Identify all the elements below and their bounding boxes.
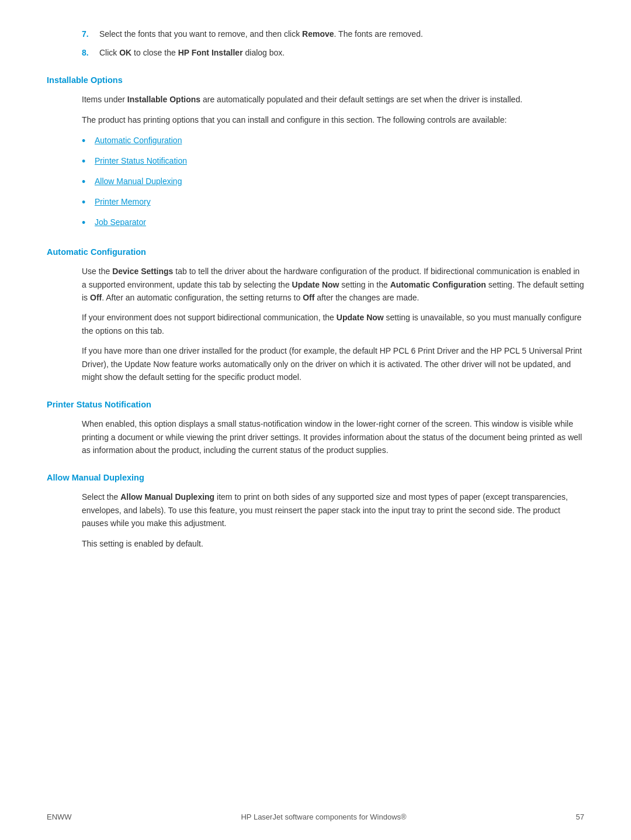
page: 7. Select the fonts that you want to rem… <box>0 0 631 840</box>
allow-manual-link[interactable]: Allow Manual Duplexing <box>95 175 182 188</box>
printer-status-link[interactable]: Printer Status Notification <box>95 155 187 167</box>
allow-manual-duplexing-body: Select the Allow Manual Duplexing item t… <box>82 490 584 550</box>
bullet-dot-1: • <box>82 133 95 149</box>
list-item-printer-status: • Printer Status Notification <box>82 155 584 170</box>
printer-status-notification-heading: Printer Status Notification <box>47 400 584 409</box>
step-8-number: 8. <box>82 47 99 59</box>
bullet-dot-4: • <box>82 195 95 210</box>
step-7: 7. Select the fonts that you want to rem… <box>82 28 584 41</box>
automatic-configuration-heading: Automatic Configuration <box>47 247 584 257</box>
printer-status-notification-body: When enabled, this option displays a sma… <box>82 417 584 457</box>
footer-enww: ENWW <box>47 813 72 821</box>
printer-status-notification-section: Printer Status Notification When enabled… <box>47 400 584 457</box>
auto-config-para3: If you have more than one driver install… <box>82 344 584 383</box>
page-footer: ENWW HP LaserJet software components for… <box>47 813 584 821</box>
allow-manual-para2: This setting is enabled by default. <box>82 537 584 550</box>
bullet-dot-2: • <box>82 154 95 170</box>
step-list: 7. Select the fonts that you want to rem… <box>82 28 584 59</box>
printer-memory-link[interactable]: Printer Memory <box>95 196 151 208</box>
step-7-number: 7. <box>82 28 99 40</box>
automatic-config-link[interactable]: Automatic Configuration <box>95 134 182 147</box>
allow-manual-duplexing-section: Allow Manual Duplexing Select the Allow … <box>47 473 584 550</box>
installable-options-bullets: • Automatic Configuration • Printer Stat… <box>82 134 584 231</box>
allow-manual-para1: Select the Allow Manual Duplexing item t… <box>82 490 584 530</box>
list-item-allow-manual: • Allow Manual Duplexing <box>82 175 584 190</box>
allow-manual-duplexing-heading: Allow Manual Duplexing <box>47 473 584 482</box>
installable-options-para1: Items under Installable Options are auto… <box>82 93 584 106</box>
auto-config-para2: If your environment does not support bid… <box>82 311 584 337</box>
installable-options-body: Items under Installable Options are auto… <box>82 93 584 126</box>
bullet-dot-3: • <box>82 174 95 190</box>
job-separator-link[interactable]: Job Separator <box>95 216 146 229</box>
footer-page-number: 57 <box>576 813 584 821</box>
step-8-text: Click OK to close the HP Font Installer … <box>99 47 584 60</box>
list-item-job-separator: • Job Separator <box>82 216 584 231</box>
step-7-text: Select the fonts that you want to remove… <box>99 28 584 41</box>
installable-options-para2: The product has printing options that yo… <box>82 113 584 126</box>
list-item-automatic-config: • Automatic Configuration <box>82 134 584 149</box>
footer-product: HP LaserJet software components for Wind… <box>241 813 406 821</box>
step-8: 8. Click OK to close the HP Font Install… <box>82 47 584 60</box>
installable-options-heading: Installable Options <box>47 75 584 85</box>
auto-config-para1: Use the Device Settings tab to tell the … <box>82 265 584 304</box>
installable-options-section: Installable Options Items under Installa… <box>47 75 584 231</box>
automatic-configuration-body: Use the Device Settings tab to tell the … <box>82 265 584 383</box>
automatic-configuration-section: Automatic Configuration Use the Device S… <box>47 247 584 383</box>
printer-status-para1: When enabled, this option displays a sma… <box>82 417 584 457</box>
bullet-dot-5: • <box>82 215 95 231</box>
list-item-printer-memory: • Printer Memory <box>82 196 584 210</box>
